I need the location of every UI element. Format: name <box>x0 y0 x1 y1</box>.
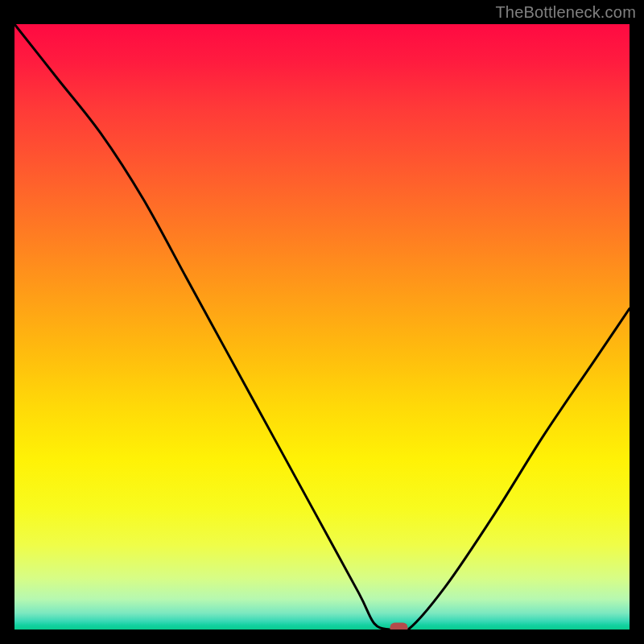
bottleneck-chart: TheBottleneck.com <box>0 0 644 644</box>
bottleneck-curve <box>14 24 630 630</box>
plot-area <box>14 24 630 630</box>
plot-svg <box>14 24 630 630</box>
bottleneck-marker <box>390 623 408 630</box>
attribution-label: TheBottleneck.com <box>495 3 636 22</box>
